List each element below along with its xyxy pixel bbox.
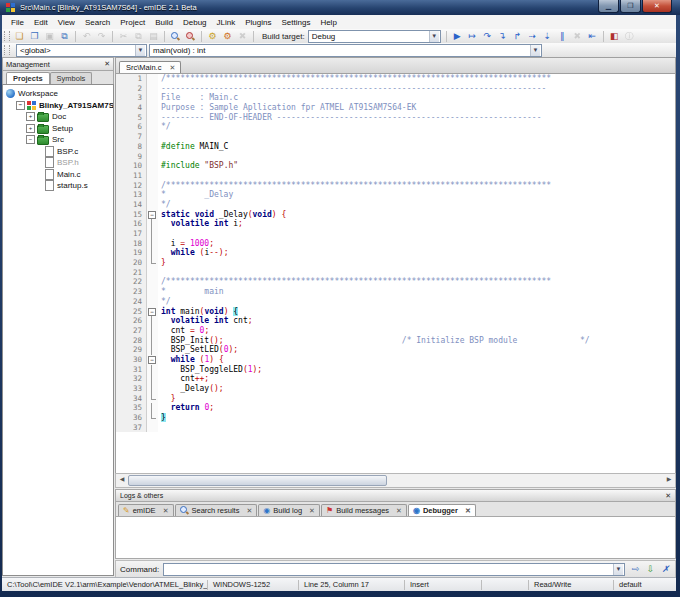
close-icon[interactable]: ✕ [163, 507, 169, 515]
scroll-left-icon[interactable]: ◀ [117, 475, 127, 484]
debug-restart-button[interactable]: ⇤ [586, 30, 599, 43]
menu-search[interactable]: Search [80, 17, 115, 28]
code-line-14[interactable]: 14*/ [116, 200, 675, 210]
scope-combobox[interactable]: <global>▼ [16, 44, 147, 57]
expand-icon[interactable]: + [26, 112, 35, 121]
tree-item-blinky-at91sam7s64[interactable]: −Blinky_AT91SAM7S64 [3, 100, 113, 112]
code-line-32[interactable]: 32 cnt++; [116, 374, 675, 384]
code-line-6[interactable]: 6*/ [116, 122, 675, 132]
logs-tab-build-messages[interactable]: ⚑Build messages✕ [321, 504, 407, 516]
code-line-27[interactable]: 27 cnt = 0; [116, 326, 675, 336]
tree-item-setup[interactable]: +Setup [3, 123, 113, 135]
collapse-icon[interactable]: − [16, 101, 25, 110]
toolbar-grip[interactable] [4, 31, 10, 41]
step-into-button[interactable]: ↴ [496, 30, 509, 43]
code-editor[interactable]: 1/**************************************… [115, 73, 676, 473]
next-instruction-button[interactable]: ⇢ [526, 30, 539, 43]
menu-edit[interactable]: Edit [29, 17, 53, 28]
code-line-34[interactable]: 34 } [116, 394, 675, 404]
expand-icon[interactable]: + [26, 124, 35, 133]
tree-item-doc[interactable]: +Doc [3, 111, 113, 123]
management-tab-symbols[interactable]: Symbols [50, 72, 93, 84]
debugger-log-content[interactable] [115, 516, 676, 559]
load-script-icon[interactable]: ⇩ [644, 563, 657, 576]
fold-collapse-icon[interactable]: − [147, 210, 158, 220]
close-icon[interactable]: ✕ [169, 64, 175, 72]
menu-file[interactable]: File [6, 17, 29, 28]
code-line-33[interactable]: 33 _Delay(); [116, 384, 675, 394]
menu-settings[interactable]: Settings [276, 17, 315, 28]
collapse-icon[interactable]: − [26, 135, 35, 144]
logs-tab-search-results[interactable]: Search results✕ [175, 504, 258, 516]
code-line-13[interactable]: 13* _Delay [116, 190, 675, 200]
code-line-10[interactable]: 10#include "BSP.h" [116, 161, 675, 171]
code-line-30[interactable]: 30− while (1) { [116, 355, 675, 365]
close-icon[interactable]: ✕ [665, 492, 671, 500]
code-line-8[interactable]: 8#define MAIN_C [116, 142, 675, 152]
logs-tab-debugger[interactable]: ◉Debugger✕ [408, 504, 476, 516]
run-to-cursor-button[interactable]: ↦ [466, 30, 479, 43]
tree-item-main-c[interactable]: Main.c [3, 169, 113, 181]
logs-tab-emide[interactable]: ✎emIDE✕ [118, 504, 174, 516]
fold-collapse-icon[interactable]: − [147, 355, 158, 365]
code-line-7[interactable]: 7 [116, 132, 675, 142]
horizontal-scrollbar[interactable]: ◀ ▶ [115, 473, 676, 488]
close-icon[interactable]: ✕ [309, 507, 315, 515]
code-line-21[interactable]: 21 [116, 268, 675, 278]
tree-item-bsp-c[interactable]: BSP.c [3, 146, 113, 158]
code-line-4[interactable]: 4Purpose : Sample Apllication fpr ATMEL … [116, 103, 675, 113]
build-target-combobox[interactable]: Debug▼ [308, 30, 441, 43]
open-file-button[interactable]: ❐ [28, 30, 41, 43]
code-line-29[interactable]: 29 BSP_SetLED(0); [116, 345, 675, 355]
code-line-2[interactable]: 2---------------------------------------… [116, 84, 675, 94]
scrollbar-thumb[interactable] [128, 475, 387, 486]
debugging-windows-button[interactable]: ◧ [608, 30, 621, 43]
save-all-button[interactable]: ⧉ [58, 30, 71, 43]
code-line-23[interactable]: 23* main [116, 287, 675, 297]
menu-view[interactable]: View [53, 17, 80, 28]
code-line-22[interactable]: 22/*************************************… [116, 277, 675, 287]
command-input[interactable]: ▼ [163, 563, 625, 576]
code-line-15[interactable]: 15−static void _Delay(void) { [116, 210, 675, 220]
code-line-20[interactable]: 20} [116, 258, 675, 268]
code-line-11[interactable]: 11 [116, 171, 675, 181]
tree-item-startup-s[interactable]: startup.s [3, 180, 113, 192]
tree-item-src[interactable]: −Src [3, 134, 113, 146]
debug-run-button[interactable]: ▶ [451, 30, 464, 43]
code-line-37[interactable]: 37 [116, 423, 675, 433]
management-tab-projects[interactable]: Projects [6, 72, 50, 84]
toolbar-grip[interactable] [4, 45, 10, 55]
code-line-19[interactable]: 19 while (i--); [116, 248, 675, 258]
find-button[interactable] [169, 30, 182, 43]
code-line-25[interactable]: 25−int main(void) { [116, 307, 675, 317]
replace-button[interactable] [184, 30, 197, 43]
tree-item-bsp-h[interactable]: BSP.h [3, 157, 113, 169]
code-line-35[interactable]: 35 return 0; [116, 403, 675, 413]
build-button[interactable]: ⚙ [206, 30, 219, 43]
fold-collapse-icon[interactable]: − [147, 307, 158, 317]
close-icon[interactable]: ✕ [246, 507, 252, 515]
maximize-button[interactable]: ❐ [620, 0, 641, 13]
step-into-instruction-button[interactable]: ⇣ [541, 30, 554, 43]
code-line-28[interactable]: 28 BSP_Init(); /* Initialize BSP module … [116, 336, 675, 346]
code-line-16[interactable]: 16 volatile int i; [116, 219, 675, 229]
close-icon[interactable]: ✕ [465, 507, 471, 515]
code-line-12[interactable]: 12/*************************************… [116, 181, 675, 191]
break-debugger-button[interactable]: ∥ [556, 30, 569, 43]
menu-plugins[interactable]: Plugins [240, 17, 276, 28]
close-icon[interactable]: ✕ [396, 507, 402, 515]
clear-command-icon[interactable]: ✗ [659, 563, 672, 576]
menu-project[interactable]: Project [115, 17, 150, 28]
code-line-3[interactable]: 3File : Main.c [116, 93, 675, 103]
close-button[interactable]: ✕ [642, 0, 672, 13]
close-icon[interactable]: ✕ [104, 60, 110, 68]
send-command-icon[interactable]: ⇨ [629, 563, 642, 576]
code-line-1[interactable]: 1/**************************************… [116, 74, 675, 84]
menu-debug[interactable]: Debug [178, 17, 212, 28]
tree-item-workspace[interactable]: Workspace [3, 88, 113, 100]
code-line-5[interactable]: 5--------- END-OF-HEADER ---------------… [116, 113, 675, 123]
code-line-18[interactable]: 18 i = 1000; [116, 239, 675, 249]
scroll-right-icon[interactable]: ▶ [664, 475, 674, 484]
new-file-button[interactable]: ❏ [13, 30, 26, 43]
step-out-button[interactable]: ↱ [511, 30, 524, 43]
